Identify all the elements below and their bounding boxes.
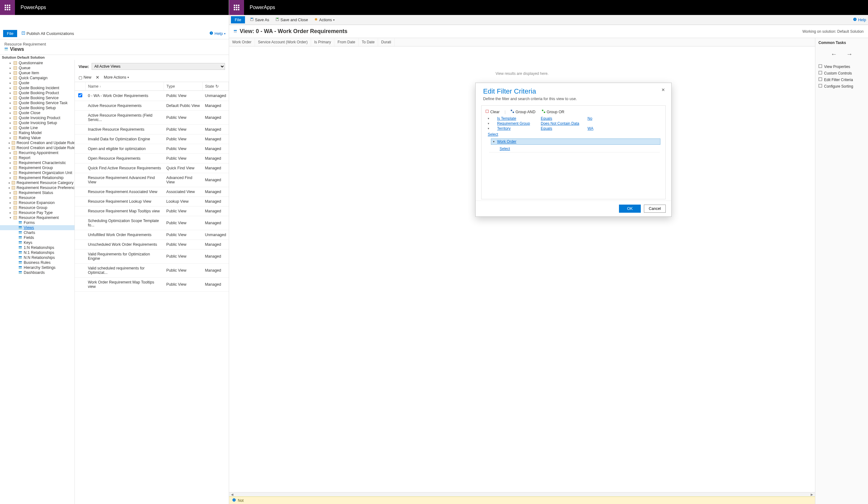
scroll-left-button[interactable]: ◀ <box>231 493 234 496</box>
view-row[interactable]: Open Resource RequirementsPublic ViewMan… <box>75 154 229 163</box>
view-row[interactable]: Unscheduled Work Order RequirementsPubli… <box>75 240 229 250</box>
tree-item[interactable]: ▸Requirement Characteristic <box>0 160 74 165</box>
select-field-link[interactable]: Select <box>483 131 503 138</box>
app-launcher-icon[interactable] <box>0 0 15 15</box>
tree-item[interactable]: ▸Report <box>0 155 74 160</box>
view-row[interactable]: Scheduling Optimization Scope Template f… <box>75 216 229 230</box>
tree-item[interactable]: ▸Requirement Resource Preference <box>0 185 74 190</box>
entity-tree[interactable]: ▸Questionnaire▸Queue▸Queue Item▸Quick Ca… <box>0 60 75 504</box>
group-and-button[interactable]: Group AND <box>509 109 537 115</box>
ok-button[interactable]: OK <box>619 204 641 213</box>
condition-operator[interactable]: Equals <box>541 116 581 121</box>
tree-item[interactable]: ▸Quote Close <box>0 110 74 115</box>
tree-item[interactable]: ▸Quote Booking Service <box>0 95 74 100</box>
file-button[interactable]: File <box>3 30 17 37</box>
save-as-button[interactable]: Save As <box>249 17 270 23</box>
tree-item[interactable]: ▸Quote Booking Product <box>0 90 74 95</box>
row-checkbox[interactable] <box>78 93 82 97</box>
tree-item[interactable]: ▸Requirement Status <box>0 190 74 195</box>
task-link[interactable]: View Properties <box>818 63 865 70</box>
tree-child-item[interactable]: Forms <box>0 220 74 225</box>
tree-item[interactable]: ▸Requirement Resource Category <box>0 180 74 185</box>
col-type[interactable]: Type <box>164 82 203 91</box>
condition-value[interactable]: WA <box>588 126 593 131</box>
view-row[interactable]: Resource Requirement Map Tooltips viewPu… <box>75 206 229 216</box>
tree-item[interactable]: ▸Rating Value <box>0 135 74 140</box>
new-view-button[interactable]: ▢New <box>79 75 91 80</box>
group-or-button[interactable]: Group OR <box>540 109 566 115</box>
tree-child-item[interactable]: Keys <box>0 240 74 245</box>
tree-item[interactable]: ▸Requirement Organization Unit <box>0 170 74 175</box>
tree-child-item[interactable]: N:N Relationships <box>0 255 74 260</box>
select-related-field-link[interactable]: Select <box>489 145 660 152</box>
tree-item[interactable]: ▸Recurring Appointment <box>0 150 74 155</box>
tree-item[interactable]: ▸Requirement Group <box>0 165 74 170</box>
task-link[interactable]: Edit Filter Criteria <box>818 77 865 83</box>
tree-item[interactable]: ▸Quote Booking Incident <box>0 85 74 90</box>
related-entity-link[interactable]: Work Order <box>497 139 516 144</box>
condition-field[interactable]: Is Template <box>497 116 535 121</box>
help-link-2[interactable]: ?Help <box>853 18 866 22</box>
tree-item[interactable]: ▾Resource Requirement <box>0 215 74 220</box>
views-grid[interactable]: Name ↑ Type State ↻ 0 - WA - Work Order … <box>75 82 229 292</box>
tree-item[interactable]: ▸Queue Item <box>0 70 74 75</box>
filter-condition-row[interactable]: ▾Requirement GroupDoes Not Contain Data <box>483 121 663 126</box>
condition-field[interactable]: Requirement Group <box>497 121 535 126</box>
move-right-button[interactable]: → <box>847 51 853 58</box>
preview-column-header[interactable]: To Date <box>359 38 378 46</box>
tree-item[interactable]: ▸Record Creation and Update Rule <box>0 140 74 145</box>
tree-child-item[interactable]: Business Rules <box>0 260 74 265</box>
task-link[interactable]: Custom Controls <box>818 70 865 77</box>
tree-child-item[interactable]: Dashboards <box>0 270 74 275</box>
tree-item[interactable]: ▸Resource Group <box>0 205 74 210</box>
tree-item[interactable]: ▸Resource Pay Type <box>0 210 74 215</box>
view-selector[interactable]: All Active Views <box>92 63 225 70</box>
help-link[interactable]: ? Help ▾ <box>209 31 226 36</box>
tree-item[interactable]: ▸Resource <box>0 195 74 200</box>
task-link[interactable]: Configure Sorting <box>818 83 865 90</box>
publish-all-button[interactable]: Publish All Customizations <box>20 31 76 37</box>
view-row[interactable]: Valid scheduled requirements for Optimiz… <box>75 263 229 278</box>
tree-child-item[interactable]: Views <box>0 225 74 230</box>
more-actions-button[interactable]: More Actions ▾ <box>104 75 129 80</box>
preview-column-header[interactable]: From Date <box>334 38 359 46</box>
delete-view-button[interactable]: ✕ <box>96 75 100 80</box>
view-row[interactable]: Quick Find Active Resource RequirementsQ… <box>75 163 229 173</box>
tree-item[interactable]: ▸Quick Campaign <box>0 75 74 80</box>
view-row[interactable]: Active Resource RequirementsDefault Publ… <box>75 101 229 111</box>
preview-column-header[interactable]: Is Primary <box>311 38 334 46</box>
tree-child-item[interactable]: Hierarchy Settings <box>0 265 74 270</box>
condition-operator[interactable]: Equals <box>541 126 581 131</box>
cancel-button[interactable]: Cancel <box>644 204 666 213</box>
tree-item[interactable]: ▸Record Creation and Update Rule Item <box>0 145 74 150</box>
col-state[interactable]: State ↻ <box>202 82 228 91</box>
scroll-right-button[interactable]: ▶ <box>811 493 813 496</box>
condition-value[interactable]: No <box>588 116 592 121</box>
view-row[interactable]: Invalid Data for Optimization EnginePubl… <box>75 134 229 144</box>
file-button-2[interactable]: File <box>231 16 245 23</box>
view-row[interactable]: Open and eligible for optimizationPublic… <box>75 144 229 154</box>
tree-child-item[interactable]: 1:N Relationships <box>0 245 74 250</box>
clear-button[interactable]: Clear <box>484 109 501 115</box>
tree-item[interactable]: ▸Quote Line <box>0 125 74 130</box>
condition-field[interactable]: Territory <box>497 126 535 131</box>
view-row[interactable]: Resource Requirement Associated ViewAsso… <box>75 187 229 197</box>
view-row[interactable]: 0 - WA - Work Order RequirementsPublic V… <box>75 91 229 101</box>
tree-child-item[interactable]: N:1 Relationships <box>0 250 74 255</box>
view-row[interactable]: Resource Requirement Lookup ViewLookup V… <box>75 197 229 206</box>
tree-item[interactable]: ▸Quote Invoicing Setup <box>0 120 74 125</box>
view-row[interactable]: Active Resource Requirements (Field Serv… <box>75 111 229 125</box>
preview-column-header[interactable]: Durati <box>378 38 395 46</box>
view-row[interactable]: Work Order Requirement Map Tooltips view… <box>75 278 229 292</box>
view-row[interactable]: Valid Requirements for Optimization Engi… <box>75 250 229 263</box>
tree-item[interactable]: ▸Resource Expansion <box>0 200 74 205</box>
filter-condition-row[interactable]: ▾Is TemplateEqualsNo <box>483 116 663 121</box>
view-row[interactable]: Inactive Resource RequirementsPublic Vie… <box>75 125 229 134</box>
preview-column-header[interactable]: Service Account (Work Order) <box>255 38 311 46</box>
col-name[interactable]: Name ↑ <box>85 82 164 91</box>
tree-child-item[interactable]: Fields <box>0 235 74 240</box>
tree-item[interactable]: ▸Quote <box>0 80 74 85</box>
tree-item[interactable]: ▸Questionnaire <box>0 61 74 65</box>
app-launcher-icon-2[interactable] <box>229 0 244 15</box>
filter-condition-row[interactable]: ▾TerritoryEqualsWA <box>483 126 663 131</box>
